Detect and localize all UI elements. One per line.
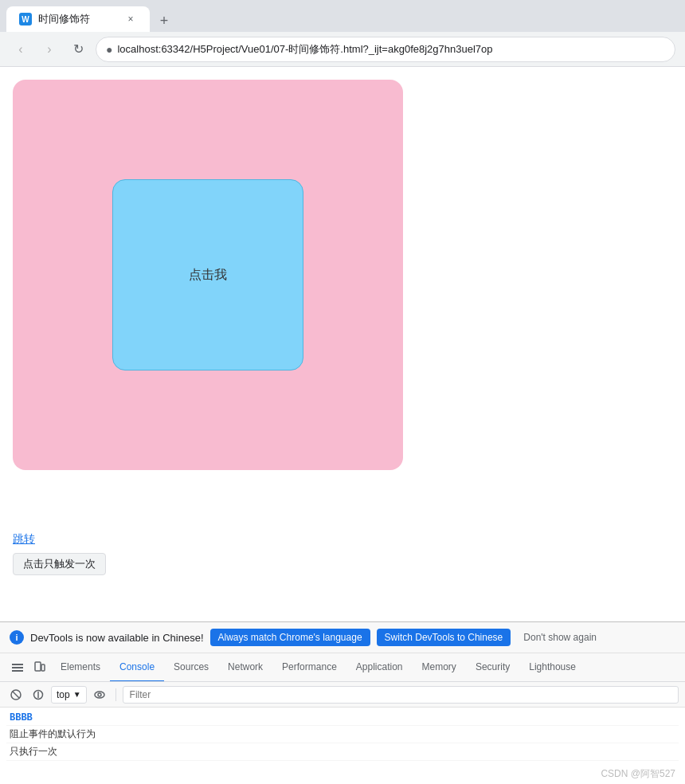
info-icon: i — [10, 630, 24, 645]
lock-icon: ● — [106, 43, 112, 56]
watermark-text: CSDN @阿智527 — [601, 768, 675, 779]
svg-line-6 — [13, 692, 19, 698]
svg-point-9 — [95, 692, 104, 698]
back-button[interactable]: ‹ — [10, 38, 32, 61]
svg-rect-1 — [12, 667, 23, 668]
tab-console[interactable]: Console — [110, 653, 164, 682]
switch-chinese-button[interactable]: Switch DevTools to Chinese — [377, 629, 511, 646]
console-filter-input[interactable] — [123, 686, 679, 704]
devtools-tab-bar: Elements Console Sources Network Perform… — [0, 653, 685, 682]
toolbar-divider — [115, 688, 116, 701]
svg-rect-4 — [41, 664, 45, 671]
reload-button[interactable]: ↻ — [67, 38, 89, 61]
console-line-bbbb: BBBB — [6, 711, 679, 726]
tab-title: 时间修饰符 — [38, 12, 118, 26]
svg-point-10 — [98, 693, 101, 696]
tab-bar: W 时间修饰符 × + — [0, 0, 685, 32]
csdn-watermark: CSDN @阿智527 — [0, 764, 685, 784]
new-tab-button[interactable]: + — [153, 10, 175, 32]
devtools-notification-bar: i DevTools is now available in Chinese! … — [0, 622, 685, 653]
console-text-2: 只执行一次 — [10, 745, 57, 759]
tab-sources[interactable]: Sources — [164, 653, 218, 682]
below-content: 跳转 点击只触发一次 — [0, 525, 685, 582]
svg-rect-0 — [12, 664, 23, 665]
console-bbbb-text: BBBB — [10, 712, 33, 723]
blue-box-label: 点击我 — [189, 267, 227, 284]
tab-close-button[interactable]: × — [124, 13, 137, 25]
dont-show-again-button[interactable]: Don't show again — [517, 629, 603, 646]
context-selector[interactable]: top ▼ — [51, 686, 87, 704]
page-viewport: 点击我 — [0, 67, 685, 525]
reload-icon: ↻ — [73, 41, 84, 57]
context-label: top — [57, 689, 70, 700]
console-line-1: 阻止事件的默认行为 — [6, 726, 679, 743]
always-match-button[interactable]: Always match Chrome's language — [210, 629, 370, 646]
filter-toggle-button[interactable] — [29, 685, 48, 704]
tab-memory[interactable]: Memory — [413, 653, 466, 682]
console-output: BBBB 阻止事件的默认行为 只执行一次 — [0, 708, 685, 764]
tab-performance[interactable]: Performance — [272, 653, 346, 682]
svg-rect-3 — [35, 662, 41, 671]
blue-clickable-box[interactable]: 点击我 — [112, 179, 303, 370]
console-line-2: 只执行一次 — [6, 743, 679, 761]
forward-button[interactable]: › — [38, 38, 61, 61]
forward-icon: › — [47, 42, 51, 57]
eye-icon-button[interactable] — [90, 685, 109, 704]
page-content: 点击我 跳转 点击只触发一次 i DevTools is now availab… — [0, 67, 685, 784]
context-dropdown-icon: ▼ — [73, 690, 81, 699]
jump-link[interactable]: 跳转 — [13, 532, 35, 547]
tab-application[interactable]: Application — [346, 653, 413, 682]
address-bar: ‹ › ↻ ● localhost:63342/H5Project/Vue01/… — [0, 32, 685, 67]
console-toolbar: top ▼ — [0, 682, 685, 708]
tab-elements[interactable]: Elements — [51, 653, 110, 682]
tab-network[interactable]: Network — [218, 653, 272, 682]
svg-rect-2 — [12, 670, 23, 672]
devtools-panel: i DevTools is now available in Chinese! … — [0, 621, 685, 784]
device-toolbar-icon[interactable] — [29, 657, 51, 679]
tab-lighthouse[interactable]: Lighthouse — [519, 653, 585, 682]
pink-container: 点击我 — [13, 80, 403, 470]
browser-tab[interactable]: W 时间修饰符 × — [6, 6, 150, 32]
devtools-toggle-icon[interactable] — [6, 657, 29, 679]
tab-security[interactable]: Security — [466, 653, 519, 682]
tab-favicon: W — [19, 13, 32, 25]
console-text-1: 阻止事件的默认行为 — [10, 727, 96, 741]
once-trigger-button[interactable]: 点击只触发一次 — [13, 553, 106, 575]
notification-text: DevTools is now available in Chinese! — [30, 632, 204, 644]
clear-console-button[interactable] — [6, 685, 25, 704]
browser-window: W 时间修饰符 × + ‹ › ↻ ● localhost:63342/H5Pr… — [0, 0, 685, 784]
url-text: localhost:63342/H5Project/Vue01/07-时间修饰符… — [117, 42, 492, 57]
spacer — [0, 582, 685, 621]
back-icon: ‹ — [18, 42, 22, 57]
url-bar[interactable]: ● localhost:63342/H5Project/Vue01/07-时间修… — [96, 37, 675, 62]
